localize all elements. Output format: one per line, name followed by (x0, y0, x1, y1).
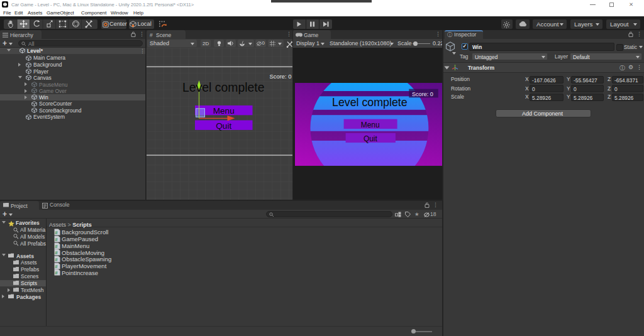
svg-text:#: # (55, 257, 58, 263)
svg-text:#: # (55, 244, 58, 249)
svg-text:#: # (55, 270, 58, 276)
svg-text:#: # (55, 264, 58, 269)
svg-text:#: # (55, 250, 58, 256)
svg-text:#: # (55, 230, 58, 236)
svg-text:#: # (55, 237, 58, 242)
